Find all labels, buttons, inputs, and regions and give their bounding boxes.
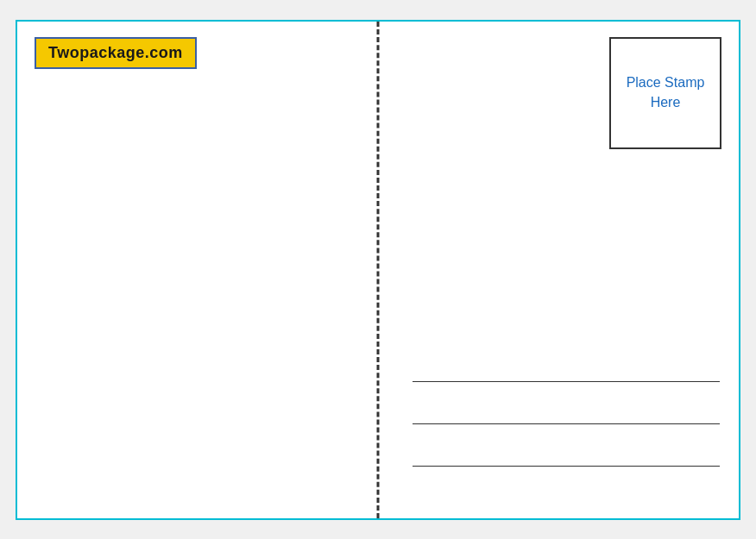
postcard: Twopackage.com Place Stamp Here (16, 20, 740, 520)
address-line-1 (413, 381, 720, 382)
address-line-3 (413, 466, 720, 467)
address-lines (413, 381, 720, 467)
postcard-right: Place Stamp Here (378, 22, 739, 518)
stamp-text: Place Stamp Here (611, 73, 720, 112)
brand-label: Twopackage.com (35, 37, 197, 69)
postcard-left: Twopackage.com (17, 22, 378, 518)
address-line-2 (413, 423, 720, 424)
stamp-box: Place Stamp Here (609, 37, 721, 149)
brand-text: Twopackage.com (48, 44, 183, 61)
